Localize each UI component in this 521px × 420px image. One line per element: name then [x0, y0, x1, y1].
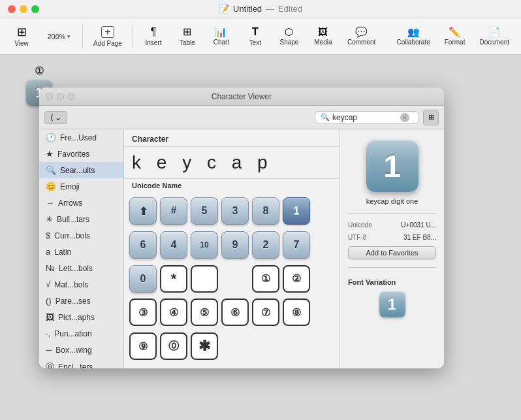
keycap-0[interactable]: 0	[129, 265, 157, 293]
media-icon: 🖼	[318, 27, 328, 37]
window-title: Untitled	[233, 4, 262, 14]
keycap-9-outlined[interactable]: ⑨	[129, 332, 157, 360]
keycap-1-outlined[interactable]: ①	[252, 265, 279, 293]
cv-sidebar: 🕐 Fre...Used ★ Favorites 🔍 Sear...ults 😊…	[39, 129, 124, 368]
sidebar-item-frequently-used[interactable]: 🕐 Fre...Used	[39, 129, 123, 146]
toolbar-shape[interactable]: ⬡ Shape	[273, 24, 306, 48]
keycap-3-outlined[interactable]: ③	[129, 299, 157, 326]
toolbar-media[interactable]: 🖼 Media	[307, 24, 339, 48]
keycap-8-outlined[interactable]: ⑧	[283, 299, 310, 326]
sidebar-item-letter-symbols[interactable]: № Lett...bols	[39, 260, 123, 276]
toolbar-insert-label: Insert	[145, 39, 161, 46]
view-icon: ⊞	[17, 26, 27, 38]
sidebar-item-emoji[interactable]: 😊 Emoji	[39, 178, 123, 195]
toolbar-comment[interactable]: 💬 Comment	[341, 24, 382, 48]
utf8-value: 31 EF B8...	[403, 234, 436, 241]
enclosed-letters-icon: ⓐ	[46, 361, 54, 368]
keycap-4-outlined[interactable]: ④	[160, 299, 187, 326]
sidebar-item-arrows[interactable]: → Arrows	[39, 195, 123, 211]
keycap-empty-outlined[interactable]	[191, 265, 218, 293]
sidebar-item-favorites[interactable]: ★ Favorites	[39, 146, 123, 162]
toolbar-insert[interactable]: ¶ Insert	[137, 24, 170, 49]
cv-close-btn[interactable]	[46, 93, 53, 100]
search-clear-button[interactable]: ✕	[400, 113, 409, 122]
insert-icon: ¶	[151, 27, 157, 37]
toolbar-text[interactable]: T Text	[239, 24, 272, 49]
keycap-6[interactable]: 6	[129, 231, 157, 259]
toolbar-view[interactable]: ⊞ View	[5, 24, 38, 50]
toolbar-document[interactable]: 📄 Document	[473, 24, 516, 48]
cv-center-panel: Character k e y c a p Unicode Name ⬆ # 5…	[124, 129, 339, 368]
keycap-asterisk-2-outlined[interactable]: ✱	[191, 332, 218, 360]
keycap-grid: ⬆ # 5 3 8 1 6 4 10 9 2 7 0 *	[124, 192, 339, 368]
sidebar-label-emoji: Emoji	[60, 182, 80, 191]
keycap-0-outlined[interactable]: ⓪	[160, 332, 187, 360]
sidebar-item-parentheses[interactable]: () Pare...ses	[39, 293, 123, 309]
toolbar-shape-label: Shape	[279, 39, 298, 46]
cv-body: 🕐 Fre...Used ★ Favorites 🔍 Sear...ults 😊…	[39, 129, 444, 368]
utf8-label: UTF-8	[348, 234, 366, 241]
minimize-button[interactable]	[20, 5, 27, 13]
cv-right-panel: 1 keycap digit one Unicode U+0031 U... U…	[339, 129, 444, 368]
toolbar-document-label: Document	[479, 39, 509, 46]
toolbar-format[interactable]: ✏️ Format	[438, 24, 472, 48]
keycap-6-outlined[interactable]: ⑥	[221, 299, 249, 326]
cv-back-button[interactable]: ⟨ ⌄	[44, 111, 67, 124]
cv-window-controls	[46, 93, 75, 100]
sidebar-label-currency: Curr...bols	[54, 231, 90, 240]
sidebar-item-search-results[interactable]: 🔍 Sear...ults	[39, 162, 123, 178]
maximize-button[interactable]	[31, 5, 39, 13]
cv-search-box[interactable]: 🔍 ✕	[315, 111, 419, 124]
keycap-asterisk-outlined[interactable]: *	[160, 265, 187, 293]
keycap-hash[interactable]: #	[160, 197, 187, 225]
keycap-2-outlined[interactable]: ②	[283, 265, 310, 293]
character-viewer-window: Character Viewer ⟨ ⌄ 🔍 ✕ ⊞ 🕐 Fre...Used	[39, 88, 444, 368]
close-button[interactable]	[8, 5, 16, 13]
sidebar-label-search-results: Sear...ults	[60, 166, 95, 175]
parentheses-icon: ()	[46, 296, 52, 306]
sidebar-item-math-symbols[interactable]: √ Mat...bols	[39, 276, 123, 293]
small-keycap-number: 1	[388, 295, 396, 314]
font-variation-label: Font Variation	[348, 278, 396, 286]
keycap-7-outlined[interactable]: ⑦	[252, 299, 279, 326]
chars-display: k e y c a p	[124, 147, 339, 179]
cv-titlebar: Character Viewer	[39, 88, 444, 106]
toolbar: ⊞ View 200% ▾ + Add Page ¶ Insert ⊞ Tabl…	[0, 18, 521, 55]
sidebar-item-latin[interactable]: a Latin	[39, 244, 123, 260]
sidebar-item-pictographs[interactable]: 🖼 Pict...aphs	[39, 309, 123, 325]
toolbar-collaborate[interactable]: 👥 Collaborate	[390, 24, 437, 48]
keycap-10[interactable]: 10	[191, 231, 218, 259]
sidebar-item-bullets[interactable]: ✳ Bull...tars	[39, 211, 123, 227]
cv-title: Character Viewer	[212, 92, 272, 101]
sidebar-label-box-drawing: Box...wing	[55, 346, 91, 355]
toolbar-chart[interactable]: 📊 Chart	[205, 24, 238, 48]
toolbar-zoom[interactable]: 200% ▾	[39, 30, 78, 43]
toolbar-table[interactable]: ⊞ Table	[171, 24, 204, 49]
keycap-5-outlined[interactable]: ⑤	[191, 299, 218, 326]
freq-used-icon: 🕐	[46, 133, 56, 142]
search-input[interactable]	[332, 113, 398, 122]
cv-grid-view-button[interactable]: ⊞	[423, 110, 439, 125]
unicode-info-row: Unicode U+0031 U...	[348, 221, 436, 229]
keycap-up-arrow[interactable]: ⬆	[129, 197, 157, 225]
sidebar-item-enclosed-letters[interactable]: ⓐ Encl...ters	[39, 358, 123, 368]
keycap-9[interactable]: 9	[221, 231, 249, 259]
keycap-4[interactable]: 4	[160, 231, 187, 259]
keycap-5[interactable]: 5	[191, 197, 218, 225]
circle-number: ①	[35, 65, 44, 77]
keycap-8[interactable]: 8	[252, 197, 279, 225]
cv-min-btn[interactable]	[57, 93, 64, 100]
keycap-3[interactable]: 3	[221, 197, 249, 225]
toolbar-view-label: View	[14, 40, 29, 47]
keycap-2[interactable]: 2	[252, 231, 279, 259]
add-to-favorites-button[interactable]: Add to Favorites	[348, 246, 436, 259]
cv-max-btn[interactable]	[68, 93, 75, 100]
divider-1	[348, 213, 436, 214]
toolbar-add-page[interactable]: + Add Page	[87, 24, 129, 50]
keycap-7[interactable]: 7	[283, 231, 310, 259]
toolbar-add-page-label: Add Page	[93, 40, 122, 47]
sidebar-item-currency[interactable]: $ Curr...bols	[39, 227, 123, 244]
keycap-1-selected[interactable]: 1	[283, 197, 310, 225]
sidebar-item-box-drawing[interactable]: ─ Box...wing	[39, 342, 123, 358]
sidebar-item-punctuation[interactable]: ·, Pun...ation	[39, 325, 123, 342]
